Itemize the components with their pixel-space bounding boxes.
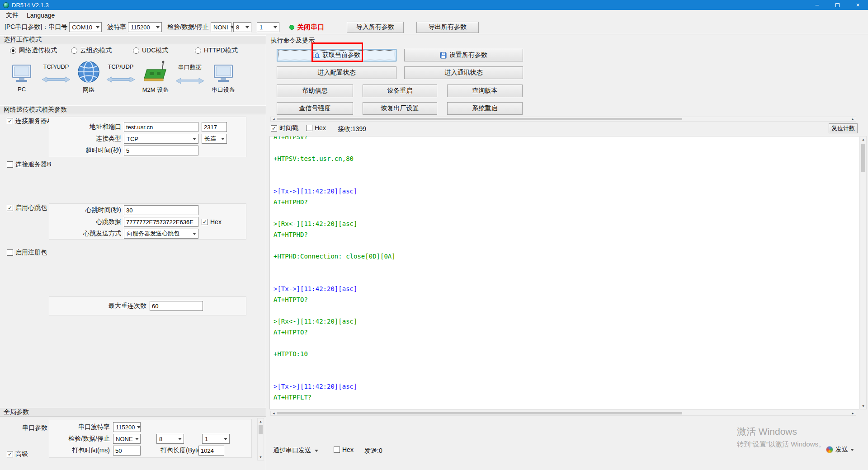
log-line <box>274 273 859 283</box>
checkbox-icon <box>334 446 340 453</box>
timestamp-checkbox[interactable]: 时间戳 <box>271 124 298 132</box>
heartbeat-label: 启用心跳包 <box>15 204 47 212</box>
server-a-checkbox[interactable]: 连接服务器A <box>7 117 51 125</box>
timestamp-label: 时间戳 <box>279 124 298 132</box>
radio-label: 云组态模式 <box>80 47 112 55</box>
work-mode-radio[interactable]: 云组态模式 <box>71 47 112 55</box>
com-port-select[interactable]: COM10 <box>69 22 102 32</box>
max-reconnect-input[interactable] <box>150 301 203 311</box>
heartbeat-hex-checkbox[interactable]: Hex <box>202 218 222 226</box>
send-button[interactable]: 发送 <box>826 446 854 454</box>
scroll-right-arrow[interactable]: ► <box>850 411 856 415</box>
server-a-groupbox: 地址和端口 连接类型 TCP 长连 超时时间(秒) <box>49 117 246 157</box>
radio-label: UDC模式 <box>142 47 168 55</box>
minimize-button[interactable]: ─ <box>807 0 827 10</box>
device-reboot-button[interactable]: 设备重启 <box>363 85 437 97</box>
query-version-button[interactable]: 查询版本 <box>447 85 523 97</box>
pack-length-input[interactable] <box>198 446 224 456</box>
server-b-checkbox[interactable]: 连接服务器B <box>7 160 51 169</box>
conn-keep-select[interactable]: 长连 <box>202 134 227 144</box>
server-a-address-input[interactable] <box>124 122 198 132</box>
heartbeat-time-input[interactable] <box>124 205 198 215</box>
pack-time-input[interactable] <box>113 446 141 456</box>
scroll-down-arrow[interactable]: ▼ <box>860 403 866 409</box>
enter-config-button[interactable]: 进入配置状态 <box>277 66 396 79</box>
databits-select[interactable]: 8 <box>233 22 251 32</box>
log-area[interactable]: AT+HTPSV? +HTPSV:test.usr.cn,80 >[Tx->][… <box>269 136 859 409</box>
log-vertical-scrollbar[interactable]: ▲ ▼ <box>860 136 867 409</box>
send-label: 发送 <box>835 446 848 454</box>
serial-databits-select[interactable]: 8 <box>156 434 184 444</box>
scrollbar-thumb[interactable] <box>277 118 682 120</box>
scroll-left-arrow[interactable]: ◄ <box>271 411 277 415</box>
close-button[interactable]: ✕ <box>848 0 868 10</box>
serial-stopbits-select[interactable]: 1 <box>202 434 230 444</box>
get-current-params-button[interactable]: 获取当前参数 <box>277 49 396 61</box>
hex-label: Hex <box>342 446 354 453</box>
heartbeat-checkbox[interactable]: 启用心跳包 <box>7 204 47 212</box>
log-line <box>274 359 859 370</box>
menu-file[interactable]: 文件 <box>2 10 23 20</box>
reset-count-button[interactable]: 复位计数 <box>829 123 858 133</box>
watermark-line1: 激活 Windows <box>737 425 825 438</box>
serial-baud-label: 串口波特率 <box>49 423 113 431</box>
log-hex-checkbox[interactable]: Hex <box>306 124 326 132</box>
log-bottom-scrollbar[interactable]: ◄ ► <box>270 411 856 416</box>
send-hex-checkbox[interactable]: Hex <box>334 446 354 453</box>
log-line: +HTPHD:Connection: close[0D][0A] <box>274 251 859 262</box>
serial-parity-select[interactable]: NONE <box>113 434 141 444</box>
log-top-scrollbar[interactable]: ◄ ► <box>270 117 856 122</box>
scroll-up-arrow[interactable]: ▲ <box>258 418 264 424</box>
log-line <box>274 262 859 273</box>
work-mode-radio[interactable]: HTTPD模式 <box>195 47 238 55</box>
pack-length-label: 打包长度(Bytes) <box>160 446 198 455</box>
chevron-down-icon <box>156 26 160 28</box>
log-line <box>274 240 859 251</box>
stopbits-select[interactable]: 1 <box>257 22 279 32</box>
scroll-up-arrow[interactable]: ▲ <box>860 136 866 142</box>
radio-label: 网络透传模式 <box>19 47 57 55</box>
baud-select[interactable]: 115200 <box>128 22 162 32</box>
checkbox-icon <box>7 161 13 168</box>
timeout-label: 超时时间(秒) <box>49 146 124 155</box>
parity-select[interactable]: NONI <box>211 22 231 32</box>
scroll-left-arrow[interactable]: ◄ <box>271 117 277 121</box>
serial-baud-select[interactable]: 115200 <box>113 422 141 432</box>
heartbeat-data-label: 心跳数据 <box>49 218 124 226</box>
log-line <box>274 338 859 348</box>
heartbeat-data-input[interactable] <box>124 217 198 227</box>
menu-language[interactable]: Language <box>23 10 59 20</box>
heartbeat-mode-select[interactable]: 向服务器发送心跳包 <box>124 229 198 239</box>
scrollbar-thumb[interactable] <box>861 144 865 172</box>
import-params-button[interactable]: 导入所有参数 <box>347 22 404 33</box>
close-port-button[interactable]: 关闭串口 <box>297 23 324 32</box>
globe-icon <box>76 57 101 84</box>
scrollbar-thumb[interactable] <box>277 412 682 414</box>
send-via-serial-dropdown[interactable]: 通过串口发送 <box>273 446 318 455</box>
diagram-node-pc: PC <box>5 57 38 105</box>
windows-activation-watermark: 激活 Windows 转到“设置”以激活 Windows。 <box>737 425 825 449</box>
save-icon <box>440 52 447 59</box>
timeout-input[interactable] <box>124 146 198 155</box>
scroll-right-arrow[interactable]: ► <box>850 117 856 121</box>
maximize-button[interactable] <box>827 0 848 10</box>
scrollbar-thumb[interactable] <box>259 425 263 434</box>
checkbox-icon <box>306 125 312 131</box>
factory-reset-button[interactable]: 恢复出厂设置 <box>363 102 437 115</box>
sent-count: 发送:0 <box>364 447 382 455</box>
set-all-params-button[interactable]: 设置所有参数 <box>404 49 523 61</box>
chevron-down-icon <box>178 438 182 440</box>
register-checkbox[interactable]: 启用注册包 <box>7 249 47 257</box>
enter-comm-button[interactable]: 进入通讯状态 <box>404 66 523 79</box>
advanced-checkbox[interactable]: 高级 <box>7 450 28 458</box>
conn-type-select[interactable]: TCP <box>124 134 198 144</box>
help-info-button[interactable]: 帮助信息 <box>277 85 353 97</box>
server-a-port-input[interactable] <box>202 122 227 132</box>
scroll-down-arrow[interactable]: ▼ <box>258 454 264 460</box>
query-signal-button[interactable]: 查信号强度 <box>277 102 353 115</box>
work-mode-radio[interactable]: UDC模式 <box>133 47 168 55</box>
system-reboot-button[interactable]: 系统重启 <box>447 102 523 115</box>
work-mode-radio[interactable]: 网络透传模式 <box>10 47 57 55</box>
global-params-scrollbar[interactable]: ▲ ▼ <box>257 418 264 461</box>
export-params-button[interactable]: 导出所有参数 <box>416 22 479 33</box>
